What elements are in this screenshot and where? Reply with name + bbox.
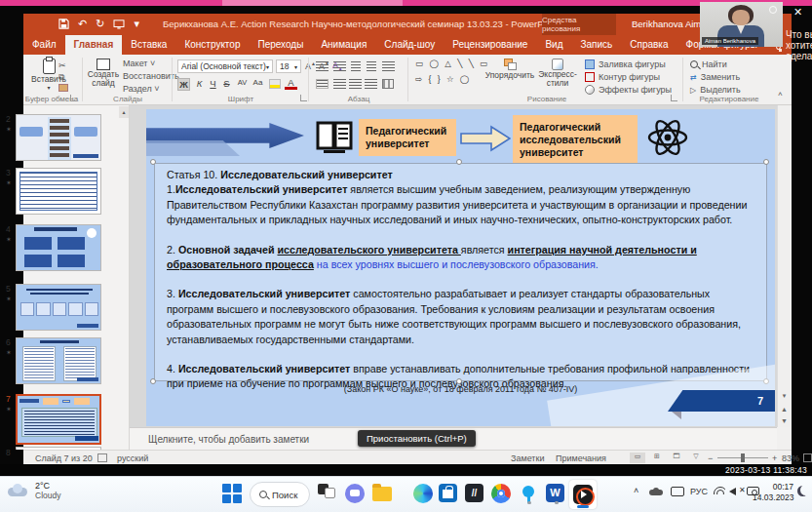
highlight-color-icon[interactable] <box>269 79 281 89</box>
increase-font-icon[interactable]: А▲ <box>305 60 316 71</box>
next-slide-button[interactable]: ▼ <box>778 415 791 427</box>
display-tray-icon[interactable] <box>671 483 684 496</box>
arrange-button[interactable]: Упорядочить <box>487 59 532 80</box>
new-slide-button[interactable]: Создать слайд <box>86 59 121 88</box>
slashes-app-button[interactable]: // <box>465 484 486 505</box>
shape-fill-button[interactable]: Заливка фигуры <box>585 59 666 69</box>
select-button[interactable]: ▷Выделить <box>690 85 741 95</box>
tab-view[interactable]: Вид <box>536 35 571 55</box>
font-size-combo[interactable]: 18 ▾ <box>276 59 301 73</box>
align-right-icon[interactable] <box>349 79 362 89</box>
animation-star-icon[interactable]: ✶ <box>6 236 12 244</box>
format-painter-icon[interactable] <box>58 84 68 92</box>
book-icon[interactable] <box>314 117 355 156</box>
bullets-icon[interactable] <box>316 61 329 71</box>
animation-star-icon[interactable]: ✶ <box>6 349 12 357</box>
section-button[interactable]: Раздел ˅ <box>123 84 160 94</box>
font-dialog-launcher[interactable] <box>300 95 307 101</box>
zoom-out-button[interactable]: − <box>708 453 713 463</box>
shapes-gallery-row1[interactable]: ▭ ◯ △ ╲ ╲ ▭ <box>415 59 489 68</box>
shapes-gallery-row2[interactable]: ⇨ { } ☆ ◯ <box>415 74 471 84</box>
slide-thumbnail-4[interactable] <box>16 224 101 271</box>
word-app-button[interactable]: W <box>546 484 567 505</box>
strikethrough-button[interactable]: S <box>220 78 233 89</box>
tab-home[interactable]: Главная <box>65 35 123 55</box>
replace-button[interactable]: ⇄Заменить <box>690 72 740 82</box>
animation-star-icon[interactable]: ✶ <box>6 295 12 303</box>
paste-dropdown-icon[interactable]: ▾ <box>48 84 51 91</box>
tab-review[interactable]: Рецензирование <box>444 35 536 55</box>
selection-handle[interactable] <box>763 159 769 165</box>
layout-button[interactable]: Макет ˅ <box>123 59 155 68</box>
webcam-video-overlay[interactable]: Aiman Berikhanova <box>700 2 783 47</box>
tab-animations[interactable]: Анимация <box>312 35 375 55</box>
zoom-in-button[interactable]: + <box>772 453 777 463</box>
copy-icon[interactable]: ⧉ <box>58 72 64 83</box>
normal-view-button[interactable]: ▭ <box>630 453 645 463</box>
shape-outline-button[interactable]: Контур фигуры <box>585 72 660 82</box>
columns-icon[interactable] <box>382 79 394 89</box>
slide-canvas[interactable]: Педагогический университет Педагогически… <box>146 109 775 426</box>
font-name-dropdown-icon[interactable]: ▾ <box>266 63 269 70</box>
wifi-icon[interactable] <box>714 483 725 494</box>
slide-thumbnail-6[interactable] <box>16 337 101 384</box>
onedrive-cloud-icon[interactable] <box>649 483 664 495</box>
close-icon[interactable]: ✕ <box>793 6 802 19</box>
thumbnail-scroll-up[interactable]: ▴ <box>119 106 129 118</box>
fit-to-window-button[interactable] <box>803 453 812 462</box>
volume-muted-icon[interactable] <box>729 483 736 495</box>
justify-icon[interactable] <box>365 79 377 89</box>
slide-thumbnail-3[interactable] <box>16 168 101 215</box>
tab-help[interactable]: Справка <box>621 35 677 55</box>
zoom-slider[interactable] <box>717 457 768 458</box>
underline-button[interactable]: Ч <box>207 78 219 89</box>
start-button[interactable] <box>222 484 244 505</box>
atom-icon[interactable] <box>645 115 690 160</box>
font-color-icon[interactable]: А <box>285 78 297 90</box>
italic-button[interactable]: К <box>193 78 206 89</box>
indent-decrease-icon[interactable] <box>351 61 361 71</box>
redo-icon[interactable]: ↻ <box>96 18 104 30</box>
change-case-icon[interactable]: Аа <box>251 78 264 87</box>
taskbar-clock[interactable]: 00:17 14.03.2023 <box>753 482 793 502</box>
active-app-highlight[interactable] <box>569 480 597 509</box>
reading-view-button[interactable]: 🗔 <box>669 453 684 463</box>
chrome-browser-button[interactable] <box>491 484 513 505</box>
drawing-dialog-launcher[interactable] <box>671 95 677 101</box>
tray-chevron-up[interactable]: ˄ <box>634 486 638 495</box>
textbox-pedagogical-university[interactable]: Педагогический университет <box>359 119 456 156</box>
slide-thumbnail-2[interactable] <box>16 114 101 161</box>
selection-handle[interactable] <box>150 159 156 165</box>
comments-toggle[interactable]: Примечания <box>556 453 606 463</box>
cut-icon[interactable]: ✂ <box>58 60 66 70</box>
main-text-box[interactable]: Статья 10. Исследовательский университет… <box>154 163 767 381</box>
slideshow-view-button[interactable]: ▽ <box>688 453 704 463</box>
edge-browser-button[interactable] <box>413 484 435 505</box>
collapse-ribbon-icon[interactable]: ˄ <box>778 90 783 98</box>
animation-star-icon[interactable]: ✶ <box>6 179 12 187</box>
night-mode-moon-icon[interactable] <box>797 486 808 496</box>
font-name-combo[interactable]: Arial (Основной текст) ▾ <box>177 59 273 73</box>
character-spacing-icon[interactable]: AV <box>236 78 249 87</box>
quick-styles-button[interactable]: Экспресс-стили <box>534 59 581 88</box>
transform-arrow-shape[interactable] <box>460 125 511 152</box>
key-app-button[interactable] <box>519 484 540 505</box>
language-indicator[interactable]: русский <box>117 453 148 463</box>
numbering-icon[interactable] <box>333 61 346 71</box>
textbox-pedagogical-research-university[interactable]: Педагогический исследовательский универс… <box>513 115 638 165</box>
tab-slideshow[interactable]: Слайд-шоу <box>375 35 444 55</box>
microsoft-store-button[interactable] <box>439 484 460 505</box>
font-size-dropdown-icon[interactable]: ▾ <box>294 63 297 70</box>
indent-increase-icon[interactable] <box>367 61 376 71</box>
taskbar-search[interactable]: Поиск <box>250 482 310 507</box>
tab-record[interactable]: Запись <box>571 35 621 55</box>
align-center-icon[interactable] <box>333 79 346 89</box>
tab-file[interactable]: Файл <box>23 35 65 55</box>
animation-star-icon[interactable]: ✶ <box>6 126 12 134</box>
bold-button[interactable]: Ж <box>177 78 190 91</box>
accessibility-checker-icon[interactable] <box>97 453 107 462</box>
zoom-level[interactable]: 83% <box>782 453 799 463</box>
align-left-icon[interactable] <box>316 79 329 89</box>
chat-app-button[interactable] <box>345 484 367 505</box>
animation-star-icon[interactable]: ✶ <box>6 406 12 414</box>
